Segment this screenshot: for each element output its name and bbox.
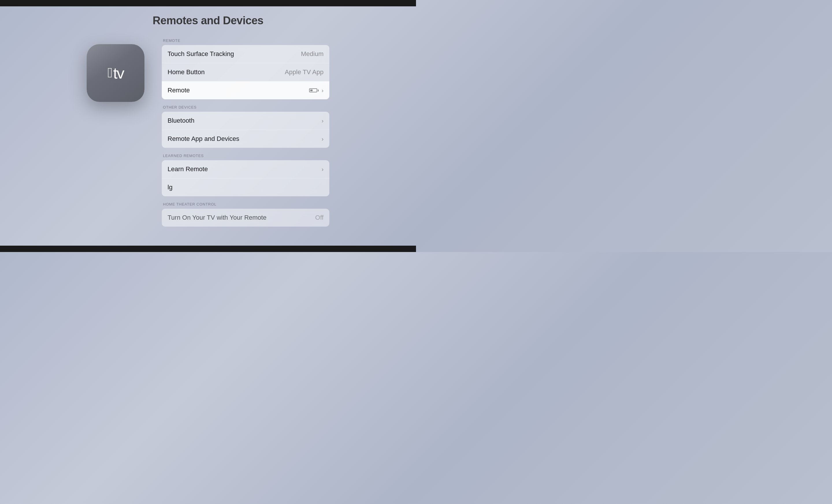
battery-body [309, 88, 317, 92]
bluetooth-right: › [321, 117, 323, 124]
learn-remote-right: › [321, 166, 323, 173]
remote-section-header: REMOTE [163, 38, 329, 43]
turn-on-tv-item[interactable]: Turn On Your TV with Your Remote Off [162, 209, 329, 227]
learn-remote-item[interactable]: Learn Remote › [162, 160, 329, 178]
remote-label: Remote [167, 87, 190, 94]
turn-on-tv-label: Turn On Your TV with Your Remote [167, 214, 266, 221]
remote-app-devices-chevron-icon: › [321, 136, 323, 142]
remote-item[interactable]: Remote › [162, 81, 329, 99]
tv-text: tv [113, 64, 124, 82]
touch-surface-tracking-label: Touch Surface Tracking [167, 50, 234, 58]
other-devices-menu-group: Bluetooth › Remote App and Devices › [162, 112, 329, 148]
turn-on-tv-right: Off [315, 214, 323, 221]
remote-app-devices-label: Remote App and Devices [167, 135, 239, 143]
bluetooth-item[interactable]: Bluetooth › [162, 112, 329, 130]
battery-fill [310, 89, 313, 91]
remote-chevron-icon: › [321, 87, 323, 94]
apple-tv-app-icon:  tv [87, 44, 145, 102]
turn-on-tv-value: Off [315, 214, 323, 221]
remote-app-devices-item[interactable]: Remote App and Devices › [162, 130, 329, 148]
learn-remote-chevron-icon: › [321, 166, 323, 173]
learned-remotes-menu-group: Learn Remote › lg [162, 160, 329, 196]
lg-label: lg [167, 184, 173, 191]
apple-tv-logo:  tv [107, 64, 124, 82]
learn-remote-label: Learn Remote [167, 165, 208, 173]
content-area:  tv REMOTE Touch Surface Tracking Mediu… [0, 38, 416, 232]
touch-surface-tracking-right: Medium [301, 50, 323, 58]
home-button-item[interactable]: Home Button Apple TV App [162, 63, 329, 81]
settings-panel: REMOTE Touch Surface Tracking Medium Hom… [162, 38, 329, 232]
learned-remotes-section-header: LEARNED REMOTES [163, 153, 329, 158]
top-bar [0, 0, 416, 6]
bluetooth-label: Bluetooth [167, 117, 194, 124]
other-devices-section-header: OTHER DEVICES [163, 105, 329, 109]
battery-icon [309, 88, 319, 92]
home-button-label: Home Button [167, 68, 205, 76]
home-button-value: Apple TV App [285, 68, 323, 76]
touch-surface-tracking-value: Medium [301, 50, 323, 58]
battery-tip [318, 89, 319, 91]
apple-logo-icon:  [107, 66, 112, 80]
app-icon-container:  tv [87, 44, 145, 102]
remote-app-devices-right: › [321, 136, 323, 142]
lg-item[interactable]: lg [162, 178, 329, 196]
home-button-right: Apple TV App [285, 68, 323, 76]
home-theater-section-header: HOME THEATER CONTROL [163, 202, 329, 206]
touch-surface-tracking-item[interactable]: Touch Surface Tracking Medium [162, 45, 329, 63]
remote-right: › [309, 87, 323, 94]
bluetooth-chevron-icon: › [321, 117, 323, 124]
bottom-bar [0, 246, 416, 252]
remote-menu-group: Touch Surface Tracking Medium Home Butto… [162, 45, 329, 99]
home-theater-menu-group: Turn On Your TV with Your Remote Off [162, 209, 329, 227]
